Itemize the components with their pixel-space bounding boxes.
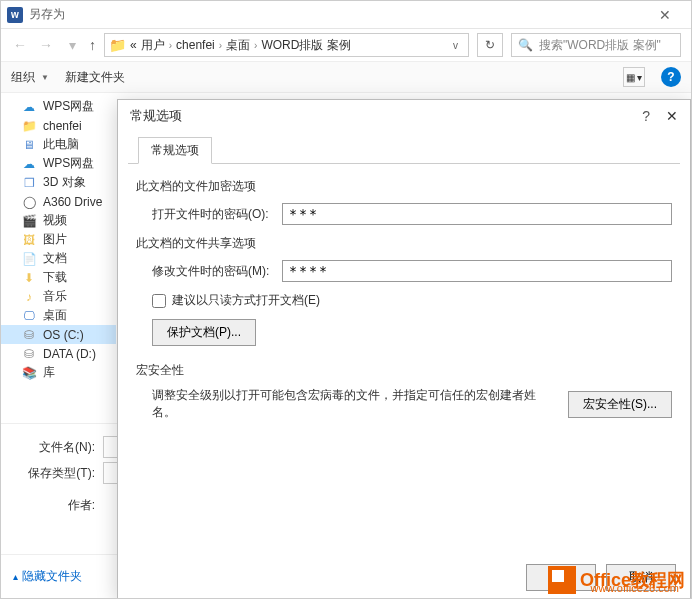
sidebar-item-wps2[interactable]: ☁WPS网盘: [1, 154, 116, 173]
crumb-users[interactable]: 用户: [141, 37, 165, 54]
sidebar-item-label: 音乐: [43, 288, 67, 305]
open-password-label: 打开文件时的密码(O):: [152, 206, 282, 223]
filename-label: 文件名(N):: [13, 439, 103, 456]
forward-icon[interactable]: →: [37, 37, 55, 53]
folder-icon: 📁: [21, 119, 37, 133]
dialog-titlebar: 常规选项 ? ✕: [118, 100, 690, 132]
sidebar-item-label: 视频: [43, 212, 67, 229]
sidebar-item-label: DATA (D:): [43, 347, 96, 361]
sidebar-item-label: 下载: [43, 269, 67, 286]
sidebar-item-label: 库: [43, 364, 55, 381]
sidebar-item-thispc[interactable]: 🖥此电脑: [1, 135, 116, 154]
titlebar: w 另存为 ✕: [1, 1, 691, 29]
tab-general[interactable]: 常规选项: [138, 137, 212, 164]
path-dropdown-icon[interactable]: v: [447, 40, 464, 51]
watermark: Office教程网 www.office26.com: [548, 566, 685, 594]
sidebar-item-a360[interactable]: ◯A360 Drive: [1, 192, 116, 211]
sidebar-item-desktop[interactable]: 🖵桌面: [1, 306, 116, 325]
music-icon: ♪: [21, 290, 37, 304]
organize-dropdown-icon[interactable]: ▼: [41, 73, 49, 82]
crumb-prefix: «: [130, 38, 137, 52]
section-share-title: 此文档的文件共享选项: [136, 235, 672, 252]
organize-button[interactable]: 组织: [11, 69, 35, 86]
dialog-close-icon[interactable]: ✕: [666, 108, 678, 124]
hide-folders-button[interactable]: 隐藏文件夹: [22, 568, 82, 585]
cloud-icon: ☁: [21, 157, 37, 171]
help-icon[interactable]: ?: [661, 67, 681, 87]
sidebar-item-wps[interactable]: ☁WPS网盘: [1, 97, 116, 116]
macro-description: 调整安全级别以打开可能包含宏病毒的文件，并指定可信任的宏创建者姓名。: [152, 387, 556, 421]
drive-icon: ⛁: [21, 347, 37, 361]
protect-document-button[interactable]: 保护文档(P)...: [152, 319, 256, 346]
filetype-label: 保存类型(T):: [13, 465, 103, 482]
crumb-chenfei[interactable]: chenfei: [176, 38, 215, 52]
back-icon[interactable]: ←: [11, 37, 29, 53]
search-placeholder: 搜索"WORD排版 案例": [539, 37, 661, 54]
search-icon: 🔍: [518, 38, 533, 52]
author-label: 作者:: [13, 497, 103, 514]
pictures-icon: 🖼: [21, 233, 37, 247]
chevron-right-icon: ›: [169, 40, 172, 51]
modify-password-input[interactable]: [282, 260, 672, 282]
sidebar-item-3d[interactable]: ❒3D 对象: [1, 173, 116, 192]
sidebar-item-label: WPS网盘: [43, 98, 94, 115]
dialog-body: 此文档的文件加密选项 打开文件时的密码(O): 此文档的文件共享选项 修改文件时…: [118, 164, 690, 556]
sidebar: ☁WPS网盘 📁chenfei 🖥此电脑 ☁WPS网盘 ❒3D 对象 ◯A360…: [1, 93, 116, 423]
sidebar-item-label: 桌面: [43, 307, 67, 324]
toolbar: 组织 ▼ 新建文件夹 ▦ ▾ ?: [1, 61, 691, 93]
modify-password-label: 修改文件时的密码(M):: [152, 263, 282, 280]
path-box[interactable]: 📁 « 用户 › chenfei › 桌面 › WORD排版 案例 v: [104, 33, 469, 57]
section-macro-title: 宏安全性: [136, 362, 672, 379]
refresh-icon[interactable]: ↻: [477, 33, 503, 57]
sidebar-item-library[interactable]: 📚库: [1, 363, 116, 382]
pc-icon: 🖥: [21, 138, 37, 152]
chevron-up-icon: ▴: [13, 571, 18, 582]
documents-icon: 📄: [21, 252, 37, 266]
library-icon: 📚: [21, 366, 37, 380]
folder-icon: 📁: [109, 37, 126, 53]
dialog-help-icon[interactable]: ?: [642, 108, 650, 124]
chevron-right-icon: ›: [254, 40, 257, 51]
cube-icon: ❒: [21, 176, 37, 190]
readonly-label: 建议以只读方式打开文档(E): [172, 292, 320, 309]
cloud-icon: ☁: [21, 100, 37, 114]
crumb-folder[interactable]: WORD排版 案例: [261, 37, 350, 54]
readonly-checkbox[interactable]: [152, 294, 166, 308]
drive-icon: ⛁: [21, 328, 37, 342]
chevron-right-icon: ›: [219, 40, 222, 51]
sidebar-item-label: A360 Drive: [43, 195, 102, 209]
sidebar-item-os-c[interactable]: ⛁OS (C:): [1, 325, 116, 344]
dialog-tabbar: 常规选项: [128, 136, 680, 164]
sidebar-item-pictures[interactable]: 🖼图片: [1, 230, 116, 249]
search-input[interactable]: 🔍 搜索"WORD排版 案例": [511, 33, 681, 57]
downloads-icon: ⬇: [21, 271, 37, 285]
section-encrypt-title: 此文档的文件加密选项: [136, 178, 672, 195]
sidebar-item-video[interactable]: 🎬视频: [1, 211, 116, 230]
sidebar-item-downloads[interactable]: ⬇下载: [1, 268, 116, 287]
open-password-input[interactable]: [282, 203, 672, 225]
macro-security-button[interactable]: 宏安全性(S)...: [568, 391, 672, 418]
close-icon[interactable]: ✕: [645, 7, 685, 23]
sidebar-item-label: WPS网盘: [43, 155, 94, 172]
sidebar-item-label: 文档: [43, 250, 67, 267]
sidebar-item-label: 图片: [43, 231, 67, 248]
general-options-dialog: 常规选项 ? ✕ 常规选项 此文档的文件加密选项 打开文件时的密码(O): 此文…: [117, 99, 691, 599]
crumb-desktop[interactable]: 桌面: [226, 37, 250, 54]
sidebar-item-music[interactable]: ♪音乐: [1, 287, 116, 306]
sidebar-item-label: OS (C:): [43, 328, 84, 342]
sidebar-item-chenfei[interactable]: 📁chenfei: [1, 116, 116, 135]
drive-icon: ◯: [21, 195, 37, 209]
sidebar-item-label: 3D 对象: [43, 174, 86, 191]
window-title: 另存为: [29, 6, 645, 23]
sidebar-item-documents[interactable]: 📄文档: [1, 249, 116, 268]
office-logo-icon: [548, 566, 576, 594]
sidebar-item-label: 此电脑: [43, 136, 79, 153]
sidebar-item-data-d[interactable]: ⛁DATA (D:): [1, 344, 116, 363]
view-button[interactable]: ▦ ▾: [623, 67, 645, 87]
sidebar-item-label: chenfei: [43, 119, 82, 133]
newfolder-button[interactable]: 新建文件夹: [65, 69, 125, 86]
up-icon[interactable]: ↑: [89, 37, 96, 53]
navbar: ← → ▾ ↑ 📁 « 用户 › chenfei › 桌面 › WORD排版 案…: [1, 29, 691, 61]
recent-icon[interactable]: ▾: [63, 37, 81, 53]
desktop-icon: 🖵: [21, 309, 37, 323]
